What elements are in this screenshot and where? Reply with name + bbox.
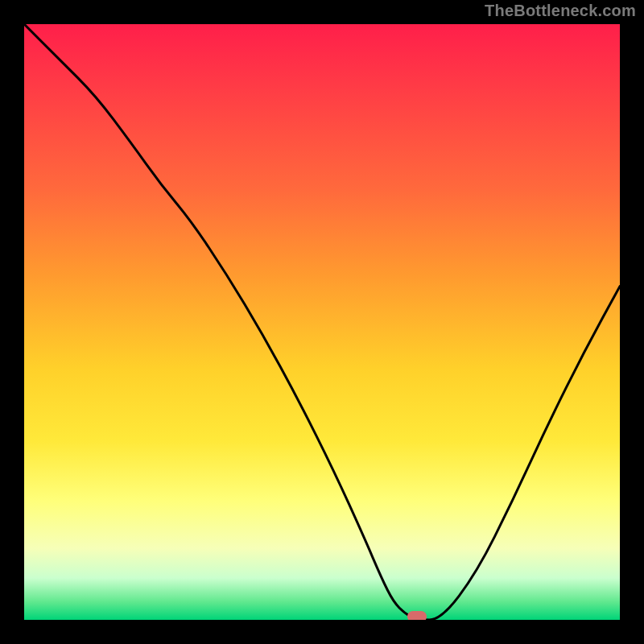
plot-area	[24, 24, 620, 620]
chart-frame: TheBottleneck.com	[0, 0, 644, 644]
bottleneck-curve-path	[24, 24, 620, 620]
optimal-marker	[407, 611, 427, 620]
watermark-text: TheBottleneck.com	[485, 2, 636, 20]
curve-svg	[24, 24, 620, 620]
